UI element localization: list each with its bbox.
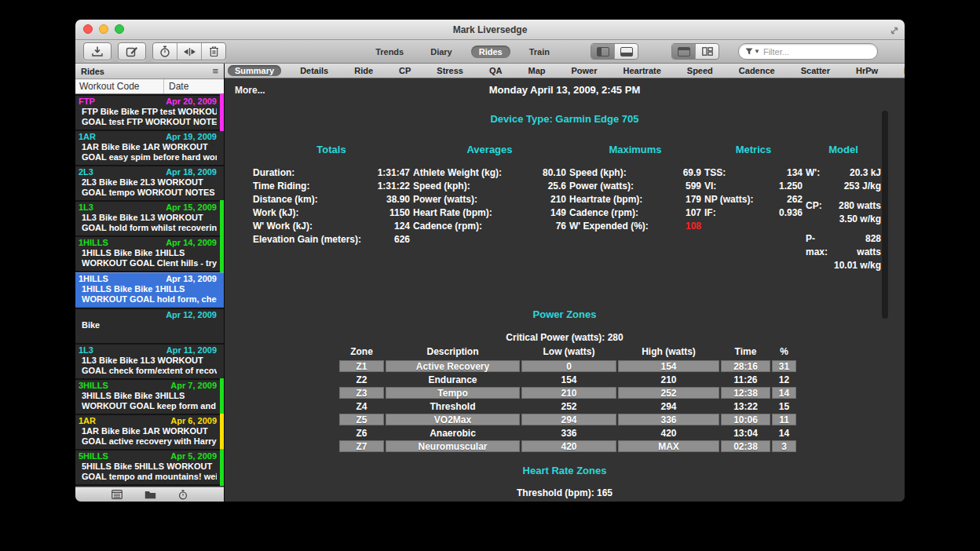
minimize-button[interactable] (99, 24, 108, 34)
ride-description-line: GOAL tempo and mountains! weight (79, 472, 217, 482)
tab-qa[interactable]: QA (482, 65, 510, 76)
sidebar-toggle-button[interactable] (591, 44, 614, 59)
tab-edit[interactable]: Edit (897, 65, 905, 76)
zone-cell: Tempo (386, 387, 520, 399)
ride-list-item[interactable]: FTPApr 20, 2009FTP Bike Bike FTP test WO… (75, 96, 224, 130)
stopwatch-icon (159, 46, 170, 58)
metric-label: Elevation Gain (meters): (253, 233, 361, 246)
layout-toggle-group (671, 43, 719, 60)
close-button[interactable] (83, 24, 93, 34)
view-tab-train[interactable]: Train (521, 46, 558, 58)
tab-stress[interactable]: Stress (430, 65, 470, 76)
zoom-button[interactable] (115, 24, 124, 34)
tab-heartrate[interactable]: Heartrate (616, 65, 668, 76)
ride-list-item[interactable]: Apr 12, 2009Bike (75, 309, 224, 343)
tab-cp[interactable]: CP (392, 65, 418, 76)
metric-value: 80.10 (543, 166, 566, 180)
desktop: Mark Liversedge (0, 0, 980, 551)
tab-speed[interactable]: Speed (680, 65, 720, 76)
metric-label: W': (806, 166, 820, 180)
ride-item-header: 1HILLSApr 14, 2009 (79, 238, 217, 248)
zone-cell: 28:16 (721, 360, 770, 372)
tab-ride[interactable]: Ride (347, 65, 380, 76)
ride-description-line: GOAL tempo WORKOUT NOTES (79, 188, 217, 198)
ride-list-item[interactable]: 1L3Apr 11, 20091L3 Bike Bike 1L3 WORKOUT… (75, 345, 224, 378)
zone-header-cell: Low (watts) (521, 345, 616, 358)
ride-color-bar (220, 414, 224, 451)
more-button[interactable]: More... (235, 85, 265, 96)
metric-row: Work (kJ):1150 (253, 206, 410, 220)
zone-cell: Threshold (386, 400, 520, 412)
metric-value: 69.9 (683, 166, 701, 180)
ride-description-line: WORKOUT GOAL hold form, check (79, 294, 217, 305)
vertical-scrollbar[interactable] (882, 111, 888, 319)
section-title-maximums: Maximums (569, 144, 701, 155)
zone-cell: Z1 (339, 360, 384, 372)
single-layout-button[interactable] (672, 44, 695, 59)
zone-cell: Z7 (339, 440, 384, 452)
column-header-workout-code[interactable]: Workout Code (75, 79, 164, 93)
ride-list-item[interactable]: 1HILLSApr 14, 20091HILLS Bike Bike 1HILL… (75, 237, 224, 271)
zone-cell: 11:26 (721, 374, 770, 385)
ride-list-item[interactable]: 5HILLSApr 5, 20095HILLS Bike 5HILLS WORK… (75, 451, 224, 484)
view-tab-diary[interactable]: Diary (422, 46, 460, 58)
zone-header-cell: % (772, 345, 796, 358)
filter-input[interactable]: ▼ Filter... (738, 43, 878, 60)
ride-description-line: 1HILLS Bike Bike 1HILLS (79, 248, 217, 258)
tab-hrpw[interactable]: HrPw (849, 65, 885, 76)
view-tab-trends[interactable]: Trends (368, 46, 411, 58)
metric-value: 1:31:47 (378, 166, 410, 180)
metric-label: W' Work (kJ): (253, 220, 313, 233)
tiled-layout-button[interactable] (695, 44, 719, 59)
trash-icon (209, 46, 219, 57)
view-tab-rides[interactable]: Rides (471, 46, 510, 58)
manual-entry-button[interactable] (118, 42, 146, 60)
metric-label: Power (watts): (569, 180, 634, 193)
calendar-icon[interactable] (112, 490, 122, 499)
metric-value: 10.01 w/kg (834, 259, 881, 272)
metric-row: 3.50 w/kg (806, 213, 881, 226)
titlebar[interactable]: Mark Liversedge (75, 20, 905, 40)
metric-value: 107 (686, 206, 701, 220)
metric-value: 38.90 (386, 193, 410, 206)
power-zones-table: ZoneDescriptionLow (watts)High (watts)Ti… (339, 345, 790, 452)
lowbar-toggle-button[interactable] (614, 44, 638, 59)
ride-description-line (79, 330, 217, 341)
import-ride-button[interactable] (83, 42, 112, 60)
folder-icon[interactable] (144, 491, 156, 499)
tab-details[interactable]: Details (293, 65, 335, 76)
ride-list-item[interactable]: 1ARApr 6, 20091AR Bike Bike 1AR WORKOUTG… (75, 415, 224, 449)
ride-list-item[interactable]: 3HILLSApr 7, 20093HILLS Bike Bike 3HILLS… (75, 380, 224, 414)
ride-description-line: 2L3 Bike Bike 2L3 WORKOUT (79, 177, 217, 188)
sidebar-header[interactable]: Rides ≡ (75, 64, 224, 79)
section-title-metrics: Metrics (704, 144, 803, 155)
ride-description-line: FTP Bike Bike FTP test WORKOUT (79, 107, 217, 117)
tab-scatter[interactable]: Scatter (794, 65, 837, 76)
metric-value: 253 J/kg (844, 180, 881, 193)
ride-list-item[interactable]: 2L3Apr 4, 20092L3 Bike Bike 2L3 WORKOUTG… (75, 486, 224, 487)
metric-label: Cadence (rpm): (413, 220, 482, 233)
metric-value: 108 (686, 220, 701, 233)
filter-dropdown-icon[interactable]: ▼ (754, 48, 760, 55)
zone-cell: 252 (521, 400, 616, 412)
tab-summary[interactable]: Summary (228, 65, 281, 76)
sidebar-menu-icon[interactable]: ≡ (212, 66, 218, 76)
split-ride-button[interactable] (177, 43, 201, 60)
zone-cell: Z5 (339, 414, 384, 425)
ride-date: Apr 6, 2009 (170, 416, 217, 426)
tab-power[interactable]: Power (564, 65, 604, 76)
ride-list-item[interactable]: 1ARApr 19, 20091AR Bike Bike 1AR WORKOUT… (75, 131, 224, 165)
tab-cadence[interactable]: Cadence (732, 65, 782, 76)
delete-ride-button[interactable] (201, 43, 225, 60)
column-header-date[interactable]: Date (164, 79, 224, 93)
ride-date: Apr 14, 2009 (166, 238, 217, 248)
stopwatch-icon[interactable] (178, 490, 188, 500)
stopwatch-button[interactable] (153, 43, 177, 60)
ride-list[interactable]: FTPApr 20, 2009FTP Bike Bike FTP test WO… (75, 94, 224, 487)
fullscreen-icon[interactable] (890, 24, 899, 38)
tab-map[interactable]: Map (521, 65, 552, 76)
ride-list-item[interactable]: 1L3Apr 15, 20091L3 Bike Bike 1L3 WORKOUT… (75, 202, 224, 235)
ride-list-item[interactable]: 2L3Apr 18, 20092L3 Bike Bike 2L3 WORKOUT… (75, 166, 224, 200)
zone-cell: Z2 (339, 374, 384, 385)
ride-list-item[interactable]: 1HILLSApr 13, 20091HILLS Bike Bike 1HILL… (75, 272, 224, 308)
